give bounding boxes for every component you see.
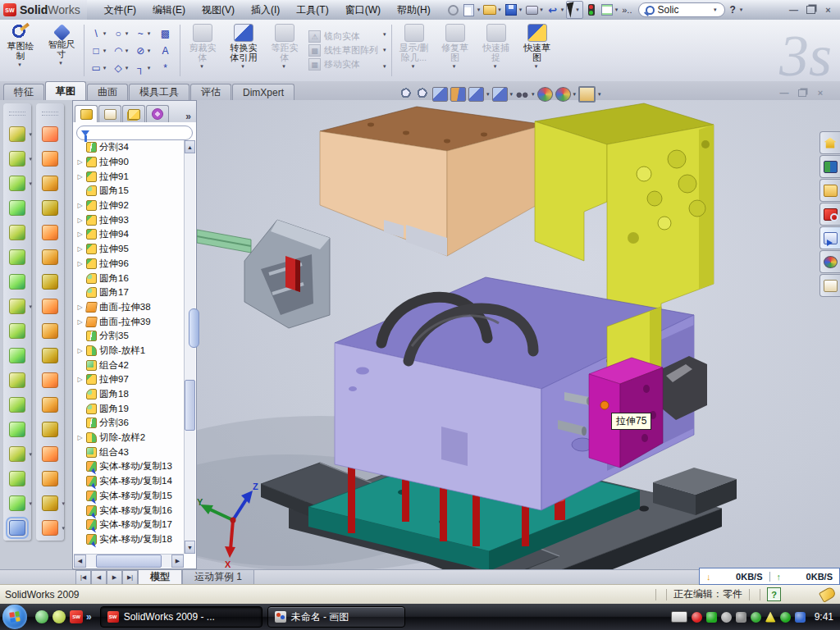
move-copy-body-icon[interactable]: [9, 422, 25, 437]
help-button[interactable]: ?: [727, 4, 737, 16]
mirror-icon[interactable]: [9, 323, 25, 339]
tree-item-拉伸97[interactable]: ▷拉伸97: [75, 372, 184, 387]
tab-评估[interactable]: 评估: [190, 84, 231, 100]
tab-prev-icon[interactable]: ◀: [91, 570, 107, 585]
expand-arrow-icon[interactable]: ▷: [76, 217, 84, 224]
reference-plane-icon[interactable]: [9, 471, 25, 486]
radiate-surface-icon[interactable]: [42, 323, 58, 339]
tree-item-拉伸92[interactable]: ▷拉伸92: [75, 199, 184, 213]
hide-show-items-icon[interactable]: [515, 88, 529, 101]
scroll-left-icon[interactable]: ◀: [74, 555, 86, 568]
menu-item-1[interactable]: 编辑(E): [145, 2, 193, 19]
menu-item-3[interactable]: 插入(I): [244, 2, 287, 19]
sketch-text-icon[interactable]: A: [154, 42, 176, 59]
apply-scene-icon[interactable]: [555, 87, 571, 102]
expand-arrow-icon[interactable]: ▷: [76, 376, 84, 383]
display-style-icon[interactable]: [492, 87, 508, 102]
save-icon[interactable]: [504, 2, 518, 17]
solidworks-icon[interactable]: SW: [70, 610, 83, 623]
menu-item-2[interactable]: 视图(V): [194, 2, 242, 19]
dropdown-icon[interactable]: ▾: [510, 91, 514, 98]
graphics-area[interactable]: Y Z X 拉伸75: [197, 100, 840, 569]
helix-icon[interactable]: ▾: [9, 495, 25, 511]
tree-item-分割34[interactable]: 分割34: [75, 140, 184, 155]
search-input[interactable]: Solic: [657, 4, 710, 16]
start-button[interactable]: [2, 605, 27, 629]
filled-surface-icon[interactable]: [42, 249, 58, 265]
expand-arrow-icon[interactable]: ▷: [76, 231, 84, 238]
extruded-cut-icon[interactable]: ▾: [9, 151, 25, 167]
dropdown-icon[interactable]: ▾: [126, 48, 129, 54]
security-alert-icon[interactable]: [692, 612, 702, 623]
zoom-fit-icon[interactable]: [399, 88, 413, 101]
dropdown-icon[interactable]: ▾: [103, 48, 107, 54]
dropdown-icon[interactable]: ▾: [148, 48, 151, 54]
panel-overflow-chevron[interactable]: »: [182, 111, 194, 122]
zoom-area-icon[interactable]: [416, 88, 430, 101]
quick-launch-overflow-icon[interactable]: »: [86, 611, 92, 623]
view-orientation-icon[interactable]: [468, 87, 484, 102]
intersect-icon[interactable]: [9, 372, 25, 388]
part-top-clamp-plate[interactable]: [320, 107, 546, 256]
messenger-icon[interactable]: [35, 610, 48, 623]
extruded-boss-icon[interactable]: ▾: [9, 126, 25, 142]
menu-item-5[interactable]: 窗口(W): [338, 2, 388, 19]
sketch-fillet-icon[interactable]: ┐▾: [132, 59, 154, 76]
close-button[interactable]: ×: [821, 4, 835, 16]
trim-surface-icon[interactable]: [42, 471, 58, 486]
tree-item-拉伸96[interactable]: ▷拉伸96: [75, 257, 184, 272]
tree-item-组合42[interactable]: 组合42: [75, 358, 184, 372]
tree-item-圆角15[interactable]: 圆角15: [75, 184, 184, 199]
dropdown-icon[interactable]: ▾: [126, 30, 129, 37]
appearances-tab[interactable]: [819, 250, 840, 273]
智能尺寸-button[interactable]: 智能尺 寸▾: [41, 20, 82, 81]
tree-item-实体-移动/复制17[interactable]: 实体-移动/复制17: [75, 518, 184, 532]
doc-minimize-button[interactable]: —: [778, 87, 791, 98]
launcher-ball-icon[interactable]: [52, 610, 66, 623]
tree-item-拉伸91[interactable]: ▷拉伸91: [75, 169, 184, 184]
search-dropdown-icon[interactable]: ▾: [714, 7, 717, 13]
dropdown-icon[interactable]: ▾: [29, 180, 32, 187]
dropdown-icon[interactable]: ▾: [535, 63, 538, 70]
dimxpertmanager-tab[interactable]: [146, 105, 169, 122]
tree-item-实体-移动/复制18[interactable]: 实体-移动/复制18: [75, 532, 184, 547]
dropdown-icon[interactable]: ▾: [29, 500, 32, 507]
network-warning-icon[interactable]: [765, 612, 776, 623]
reference-point-icon[interactable]: ▾: [9, 446, 25, 462]
linear-pattern-icon[interactable]: ▾: [9, 299, 25, 314]
expand-arrow-icon[interactable]: ▷: [76, 173, 84, 180]
shield-update-icon[interactable]: [780, 612, 791, 623]
file-explorer-tab[interactable]: [819, 179, 840, 202]
spline-curve-icon[interactable]: ▾: [42, 520, 58, 536]
tree-horizontal-scrollbar[interactable]: ◀ ▶: [74, 554, 184, 568]
measure-icon[interactable]: [9, 520, 25, 536]
view-settings-icon[interactable]: [578, 86, 596, 103]
ellipse-icon[interactable]: ⊘▾: [132, 42, 154, 59]
lofted-surface-icon[interactable]: [42, 200, 58, 216]
dropdown-icon[interactable]: ▾: [540, 7, 543, 13]
dropdown-icon[interactable]: ▾: [498, 7, 501, 13]
revolved-surface-icon[interactable]: [42, 151, 58, 167]
draft-icon[interactable]: [9, 274, 25, 290]
keyboard-icon[interactable]: [671, 611, 687, 623]
view-palette-tab[interactable]: [819, 226, 840, 249]
dropdown-icon[interactable]: ▾: [18, 62, 21, 68]
tree-item-切除-放样1[interactable]: ▷切除-放样1: [75, 344, 184, 358]
restore-button[interactable]: [804, 4, 818, 16]
circle-icon[interactable]: ○▾: [110, 25, 132, 42]
dropdown-icon[interactable]: ▾: [62, 525, 65, 532]
dropdown-icon[interactable]: ▾: [519, 7, 523, 13]
options-list-icon[interactable]: [600, 2, 614, 17]
menu-item-6[interactable]: 帮助(H): [390, 2, 438, 19]
scroll-thumb-h[interactable]: [96, 555, 162, 568]
design-library-tab[interactable]: [819, 155, 840, 178]
快速草图-button[interactable]: 快速草 图▾: [517, 20, 558, 81]
tree-item-拉伸94[interactable]: ▷拉伸94: [75, 227, 184, 242]
arc-icon[interactable]: ◠▾: [110, 42, 132, 59]
tree-item-实体-移动/复制14[interactable]: 实体-移动/复制14: [75, 474, 184, 489]
dropdown-icon[interactable]: ▾: [62, 500, 65, 507]
dropdown-icon[interactable]: ▾: [573, 91, 577, 98]
dropdown-icon[interactable]: ▾: [148, 30, 151, 37]
dropdown-icon[interactable]: ▾: [29, 131, 32, 138]
tree-item-拉伸93[interactable]: ▷拉伸93: [75, 212, 184, 227]
